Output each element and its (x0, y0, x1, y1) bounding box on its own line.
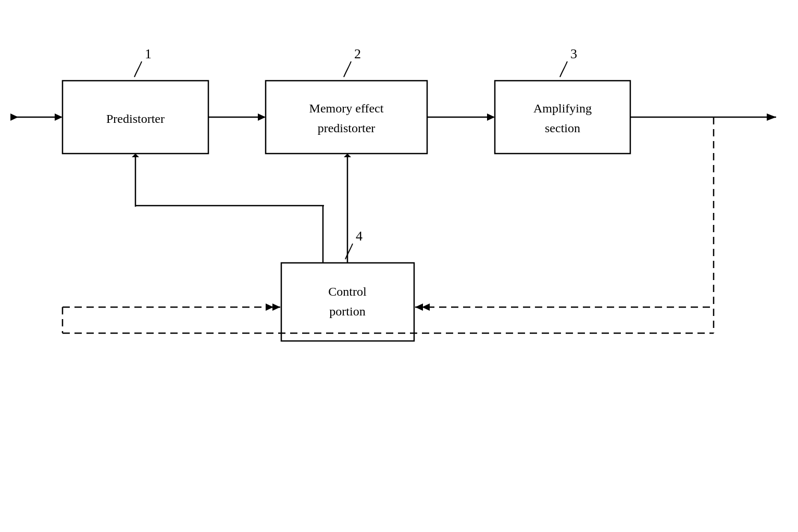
predistorter-text: Predistorter (106, 112, 165, 125)
amplifying-text-2: section (545, 121, 580, 135)
memory-block (266, 81, 427, 154)
amplifying-text-1: Amplifying (533, 102, 592, 115)
ref3-number: 3 (570, 46, 577, 61)
ref2-number: 2 (354, 46, 361, 61)
memory-text-2: predistorter (318, 121, 376, 135)
control-text-1: Control (328, 285, 367, 298)
ref1-number: 1 (145, 46, 152, 61)
memory-text-1: Memory effect (309, 102, 384, 115)
diagram-svg-main: Predistorter Memory effect predistorter … (0, 0, 798, 532)
ref4-number: 4 (356, 229, 363, 244)
control-text-2: portion (329, 305, 365, 318)
control-block (281, 263, 414, 341)
amplifying-block (495, 81, 630, 154)
